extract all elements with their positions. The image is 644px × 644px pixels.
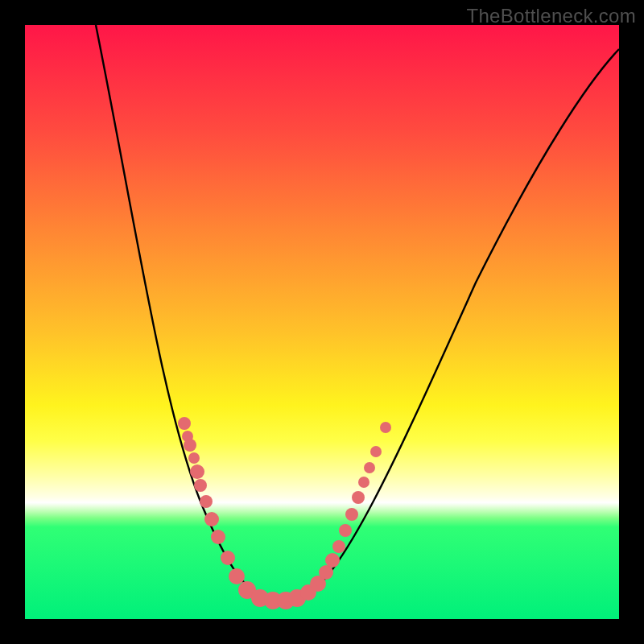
data-marker bbox=[190, 464, 204, 479]
data-marker bbox=[229, 568, 245, 584]
data-marker bbox=[370, 446, 382, 457]
data-marker bbox=[332, 540, 345, 553]
data-marker bbox=[221, 551, 235, 565]
marker-cluster-right bbox=[325, 422, 391, 568]
data-marker bbox=[211, 530, 225, 544]
data-marker bbox=[380, 422, 391, 433]
marker-cluster-bottom bbox=[221, 551, 333, 609]
data-marker bbox=[339, 524, 352, 537]
watermark-text: TheBottleneck.com bbox=[466, 5, 636, 27]
data-marker bbox=[345, 508, 358, 521]
plot-area bbox=[25, 25, 619, 619]
chart-svg bbox=[25, 25, 619, 619]
outer-frame: TheBottleneck.com bbox=[0, 0, 644, 644]
data-marker bbox=[364, 462, 375, 473]
data-marker bbox=[204, 512, 219, 526]
data-marker bbox=[358, 477, 369, 488]
data-marker bbox=[194, 479, 207, 492]
data-marker bbox=[184, 439, 196, 452]
data-marker bbox=[188, 452, 200, 464]
data-marker bbox=[325, 553, 340, 568]
data-marker bbox=[352, 491, 365, 504]
marker-cluster-left bbox=[178, 417, 225, 544]
data-marker bbox=[200, 495, 213, 508]
data-marker bbox=[178, 417, 191, 430]
